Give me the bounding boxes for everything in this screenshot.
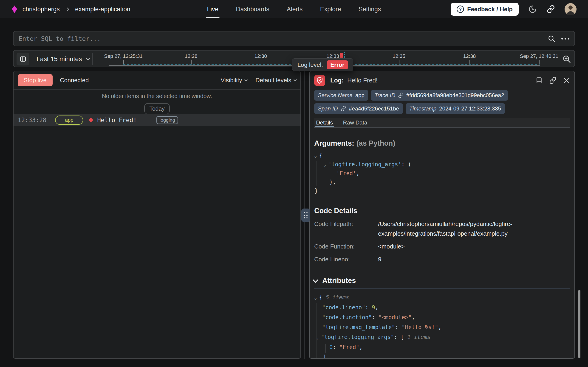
- code-token-key: "logfire.msg_template": [322, 324, 395, 331]
- log-level-tooltip: Log level: Error: [292, 58, 353, 71]
- arguments-code-block: ⌄{⌄'logfire.logging_args': ('Fred',),}: [314, 151, 570, 195]
- attributes-heading: Attributes: [322, 276, 356, 285]
- log-row[interactable]: 12:33:28 app Hello Fred! logging: [14, 114, 300, 126]
- drag-dots-icon: [304, 212, 307, 218]
- log-detail-panel: Log: Hello Fred! Service Name app: [309, 71, 575, 359]
- code-token-p: :: [372, 314, 379, 321]
- panel-bottom-icon: [535, 77, 543, 84]
- code-line: 'Fred',: [314, 169, 570, 178]
- tab-explore[interactable]: Explore: [320, 0, 341, 18]
- ellipsis-icon: [561, 38, 569, 40]
- chevron-down-icon[interactable]: ⌄: [314, 153, 317, 158]
- code-lineno-row: Code Lineno: 9: [314, 254, 570, 264]
- default-levels-dropdown-label: Default levels: [255, 77, 291, 84]
- badge-value: #fdd5694a8fa98eb4e301d99ebc056ea2: [406, 92, 504, 99]
- search-button[interactable]: [547, 35, 555, 42]
- attributes-header: Attributes: [314, 276, 570, 285]
- copy-link-button[interactable]: [549, 77, 556, 84]
- code-token-num: 9: [372, 304, 375, 311]
- more-options-button[interactable]: [561, 38, 569, 40]
- chevron-down-icon[interactable]: [313, 277, 318, 283]
- code-line: ),: [314, 178, 570, 186]
- timeline-tick: 12:28: [185, 53, 197, 59]
- nav-right-actions: ? Feedback / Help: [451, 3, 577, 16]
- code-token-p: :: [395, 324, 402, 331]
- code-filepath-row: Code Filepath: /Users/christophersamiull…: [314, 219, 570, 238]
- arguments-heading-text: Arguments:: [314, 139, 354, 147]
- moon-icon: [528, 5, 537, 14]
- log-row-message: Hello Fred!: [97, 117, 137, 124]
- code-token-key: "code.function": [322, 314, 372, 321]
- visibility-dropdown[interactable]: Visibility: [221, 77, 247, 84]
- detail-title-label: Log:: [330, 77, 344, 84]
- badge-label: Trace ID: [375, 92, 395, 99]
- badge-label: Timestamp: [409, 105, 436, 112]
- code-token-p: :: [365, 304, 372, 311]
- error-marker-bar: [340, 53, 343, 58]
- avatar[interactable]: [564, 3, 577, 15]
- breadcrumb-separator-icon: [66, 7, 69, 11]
- code-token-key: "logfire.logging_args": [321, 334, 394, 340]
- chevron-down-icon[interactable]: ⌄: [314, 295, 317, 300]
- code-token-p: ,: [375, 304, 378, 311]
- default-levels-dropdown[interactable]: Default levels: [255, 77, 296, 84]
- dock-panel-button[interactable]: [535, 77, 543, 84]
- share-link-button[interactable]: [547, 5, 555, 13]
- attributes-code-block: ⌄{ 5 items"code.lineno": 9,"code.functio…: [314, 292, 570, 359]
- zoom-in-button[interactable]: [562, 54, 571, 64]
- tab-raw-data[interactable]: Raw Data: [343, 118, 367, 127]
- attributes-divider: [314, 288, 570, 289]
- sql-filter-input[interactable]: [19, 35, 547, 42]
- code-token-key: 'logfire.logging_args': [328, 161, 401, 168]
- code-token-key: "code.lineno": [322, 304, 365, 311]
- detail-title-message: Hello Fred!: [347, 77, 378, 84]
- theme-toggle-button[interactable]: [528, 5, 537, 14]
- tab-live[interactable]: Live: [207, 0, 218, 18]
- tab-settings[interactable]: Settings: [358, 0, 381, 18]
- help-icon: ?: [457, 6, 464, 13]
- close-panel-button[interactable]: [563, 77, 570, 84]
- chevron-down-icon: [294, 78, 297, 81]
- tab-alerts[interactable]: Alerts: [287, 0, 303, 18]
- sidebar-toggle-button[interactable]: [17, 53, 29, 66]
- code-token-p: }: [315, 188, 318, 194]
- chevron-down-icon[interactable]: ⌄: [323, 162, 326, 167]
- link-icon: [398, 92, 404, 98]
- breadcrumb-org[interactable]: christophergs: [23, 6, 60, 13]
- avatar-image: [564, 3, 577, 15]
- time-range-select[interactable]: Last 15 minutes: [36, 50, 89, 67]
- code-token-p: {: [319, 152, 322, 159]
- code-details-rows: Code Filepath: /Users/christophersamiull…: [314, 219, 570, 264]
- stop-live-button[interactable]: Stop live: [18, 74, 53, 86]
- detail-header: Log: Hello Fred!: [314, 75, 570, 86]
- code-token-p: : [: [394, 334, 407, 340]
- code-token-p: ),: [329, 179, 336, 185]
- panel-resize-handle[interactable]: [301, 209, 310, 222]
- tooltip-label: Log level:: [298, 61, 323, 68]
- breadcrumb-project[interactable]: example-application: [75, 6, 130, 13]
- tab-details[interactable]: Details: [316, 118, 333, 127]
- badge-value: #ea4d5f226ec151be: [349, 105, 399, 112]
- trace-id-badge[interactable]: Trace ID #fdd5694a8fa98eb4e301d99ebc056e…: [371, 90, 508, 100]
- code-token-p: : (: [401, 161, 411, 168]
- service-name-badge[interactable]: Service Name app: [314, 90, 368, 100]
- breadcrumb: christophergs example-application: [11, 5, 130, 13]
- code-line: }: [314, 186, 570, 195]
- timestamp-badge[interactable]: Timestamp 2024-09-27 12:33:28.385: [406, 103, 505, 114]
- live-panel-header: Stop live Connected Visibility Default l…: [14, 71, 300, 90]
- scrollbar-thumb[interactable]: [578, 290, 580, 358]
- code-lineno-label: Code Lineno:: [314, 254, 378, 264]
- service-tag-badge: app: [55, 116, 83, 125]
- tab-dashboards[interactable]: Dashboards: [236, 0, 269, 18]
- logfire-logo-icon[interactable]: [11, 5, 17, 13]
- badge-label: Span ID: [318, 105, 338, 112]
- feedback-help-button[interactable]: ? Feedback / Help: [451, 3, 519, 16]
- code-token-str: "Hello %s!": [402, 324, 438, 331]
- today-button[interactable]: Today: [144, 103, 170, 114]
- zoom-in-icon: [562, 54, 571, 64]
- chevron-down-icon: [86, 57, 90, 60]
- code-token-str: 'Fred': [336, 170, 356, 177]
- link-icon: [549, 77, 556, 84]
- feedback-help-label: Feedback / Help: [467, 6, 513, 13]
- span-id-badge[interactable]: Span ID #ea4d5f226ec151be: [314, 103, 403, 114]
